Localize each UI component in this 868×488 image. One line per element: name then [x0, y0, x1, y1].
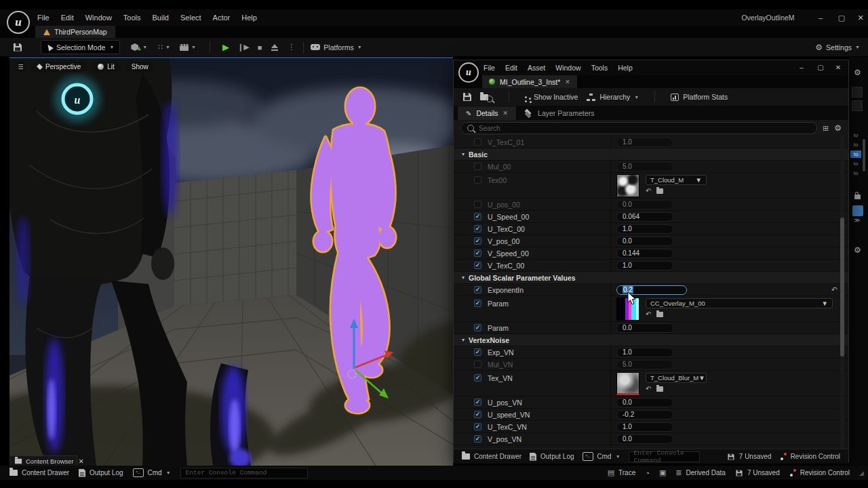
output-log-button[interactable]: Output Log [530, 453, 574, 461]
override-checkbox[interactable]: ✓ [474, 399, 481, 406]
asset-dropdown[interactable]: T_Cloud_Blur_M▼ [646, 373, 707, 383]
value-input[interactable]: 1.0 [616, 224, 673, 234]
gear-icon[interactable]: ⚙ [854, 245, 861, 255]
param-row-v-texc-00[interactable]: ✓V_TexC_001.0 [454, 260, 848, 272]
play-options-icon[interactable]: ⋮ [288, 43, 295, 52]
close-icon[interactable]: ✕ [851, 9, 868, 26]
override-checkbox[interactable] [474, 163, 481, 170]
minimize-icon[interactable]: – [811, 9, 830, 26]
value-input[interactable]: 0.0 [616, 237, 673, 246]
gear-icon[interactable]: ⚙ [834, 123, 842, 133]
background-list-item[interactable]: to [850, 150, 861, 158]
override-checkbox[interactable]: ✓ [474, 237, 481, 245]
value-input[interactable]: 5.0 [616, 162, 673, 171]
scrollbar-thumb[interactable] [840, 218, 844, 357]
category-basic[interactable]: ▾Basic [454, 148, 848, 161]
collapse-arrow-icon[interactable]: ▾ [462, 151, 465, 157]
value-input[interactable]: 5.0 [616, 360, 673, 369]
override-checkbox[interactable]: ✓ [474, 324, 481, 331]
perspective-button[interactable]: Perspective [31, 61, 87, 73]
override-checkbox[interactable] [474, 176, 481, 184]
selection-mode-button[interactable]: Selection Mode ▼ [41, 40, 120, 54]
snapshot-icon[interactable]: ▣ [659, 468, 666, 477]
panel-button[interactable] [852, 87, 863, 98]
close-icon[interactable]: ✕ [503, 110, 509, 117]
browse-to-asset-button[interactable] [480, 92, 493, 102]
close-icon[interactable]: ✕ [565, 79, 570, 85]
value-input[interactable]: -0.2 [616, 410, 673, 420]
show-button[interactable]: Show [125, 61, 155, 73]
menu-item-select[interactable]: Select [180, 14, 201, 22]
param-row-mul-vn[interactable]: Mul_VN5.0 [454, 359, 848, 371]
lock-icon[interactable] [854, 195, 861, 199]
tab-thirdpersonmap[interactable]: ThirdPersonMap [35, 26, 115, 38]
browse-to-asset-icon[interactable] [656, 188, 663, 194]
menu-item-help[interactable]: Help [241, 14, 257, 22]
override-checkbox[interactable]: ✓ [474, 374, 481, 382]
menu-item-edit[interactable]: Edit [505, 64, 517, 72]
viewport-options-button[interactable]: ☰ [15, 61, 26, 73]
browse-to-asset-icon[interactable] [656, 386, 663, 392]
close-icon[interactable]: ✕ [79, 458, 84, 465]
add-actor-button[interactable]: +▼ [131, 41, 147, 53]
menu-item-build[interactable]: Build [153, 14, 169, 22]
mat-window-title-bar[interactable]: FileEditAssetWindowToolsHelp – ▢ ✕ [454, 60, 848, 75]
param-row-param[interactable]: ✓ParamCC_Overlay_M_00▼↶ [454, 296, 848, 322]
restore-icon[interactable]: ▢ [812, 60, 829, 75]
param-row-tex00[interactable]: Tex00T_Cloud_M▼↶ [454, 173, 848, 199]
background-list-item[interactable]: to [850, 131, 861, 139]
output-log-button[interactable]: Output Log [79, 469, 123, 477]
console-input[interactable]: Enter Console Command [180, 468, 308, 479]
background-list-item[interactable]: to [850, 141, 861, 148]
collapse-arrow-icon[interactable]: ▾ [462, 274, 465, 281]
value-input[interactable]: 0.064 [616, 212, 673, 222]
param-row-v-pos-00[interactable]: ✓V_pos_000.0 [454, 235, 848, 247]
override-checkbox[interactable]: ✓ [474, 262, 481, 269]
level-viewport[interactable]: u ☰ Perspective Lit [9, 57, 453, 466]
menu-item-window[interactable]: Window [85, 14, 112, 22]
override-checkbox[interactable] [474, 138, 481, 146]
eject-button[interactable] [271, 44, 278, 48]
override-checkbox[interactable]: ✓ [474, 213, 481, 220]
menu-item-help[interactable]: Help [618, 64, 633, 72]
reset-to-default-button[interactable]: ↶ [831, 285, 837, 294]
menu-item-window[interactable]: Window [555, 64, 580, 72]
value-input[interactable]: 1.0 [616, 348, 673, 357]
param-row-u-speed-vn[interactable]: ✓U_speed_VN-0.2 [454, 409, 848, 421]
close-icon[interactable]: ✕ [829, 60, 847, 75]
value-input[interactable]: 1.0 [616, 138, 673, 147]
platforms-button[interactable]: Platforms ▼ [311, 43, 361, 52]
texture-thumbnail[interactable] [616, 372, 639, 395]
lit-button[interactable]: Lit [92, 61, 121, 73]
blueprints-button[interactable]: ∷▼ [158, 43, 170, 52]
menu-item-actor[interactable]: Actor [213, 14, 231, 22]
expand-arrows-icon[interactable]: ≫ [854, 217, 860, 224]
tab-details[interactable]: ✎ Details ✕ [458, 106, 516, 120]
param-row-u-speed-00[interactable]: ✓U_Speed_000.064 [454, 211, 848, 223]
content-browser-tab[interactable]: Content Browser ✕ [9, 455, 77, 466]
param-row-exponentin[interactable]: ✓ExponentIn0.2↶ [454, 284, 848, 296]
cmd-button[interactable]: >_Cmd▼ [583, 452, 620, 461]
param-row-v-speed-00[interactable]: ✓V_Speed_000.144 [454, 247, 848, 260]
unsaved-button[interactable]: 7 Unsaved [727, 453, 772, 461]
background-list-item[interactable]: to [850, 169, 861, 177]
unsaved-button[interactable]: 7 Unsaved [735, 469, 780, 477]
settings-button[interactable]: ⚙ Settings ▼ [815, 38, 860, 56]
override-checkbox[interactable] [474, 361, 481, 368]
cmd-button[interactable]: >_Cmd▼ [133, 468, 171, 477]
value-input[interactable]: 0.144 [616, 249, 673, 258]
override-checkbox[interactable]: ✓ [474, 435, 481, 443]
value-input[interactable]: 1.0 [616, 261, 673, 270]
override-checkbox[interactable]: ✓ [474, 348, 481, 356]
param-row-v-texc-01[interactable]: V_TexC_011.0 [454, 136, 848, 148]
derived-data-button[interactable]: ≣Derived Data [675, 468, 726, 477]
param-row-exp-vn[interactable]: ✓Exp_VN1.0 [454, 346, 848, 359]
browse-to-asset-icon[interactable] [656, 312, 663, 317]
value-input[interactable]: 0.0 [616, 200, 673, 209]
minimize-icon[interactable]: – [793, 60, 810, 75]
panel-button[interactable] [852, 100, 863, 111]
menu-item-file[interactable]: File [484, 64, 495, 72]
menu-item-tools[interactable]: Tools [123, 14, 141, 22]
tab-mi-outline-3-inst[interactable]: MI_Outline_3_Inst* ✕ [482, 75, 577, 88]
show-inactive-button[interactable]: Show Inactive [525, 93, 578, 101]
